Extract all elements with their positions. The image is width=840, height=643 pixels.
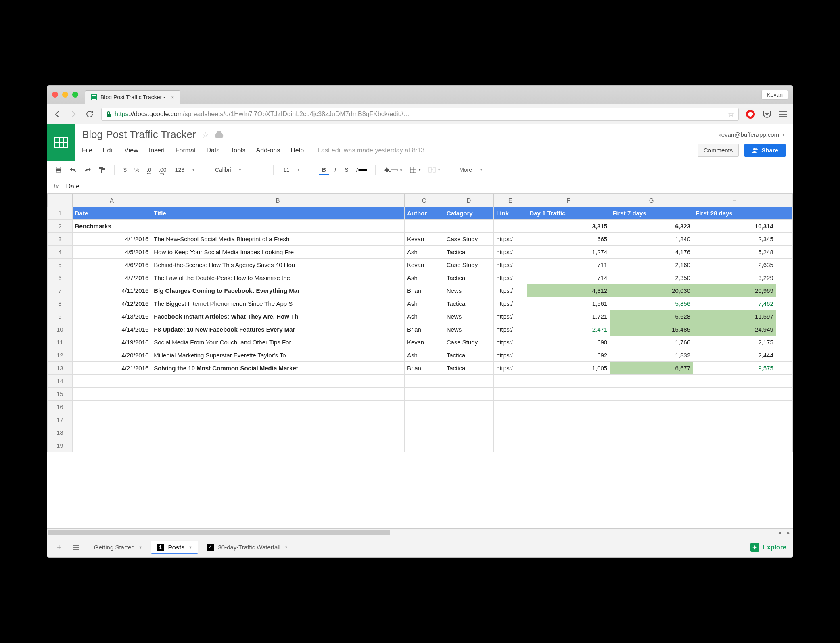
menu-file[interactable]: File [82, 147, 92, 154]
cell-d7[interactable]: 2,160 [610, 259, 693, 271]
column-header[interactable]: A [72, 194, 151, 207]
spreadsheet-grid[interactable]: ABCDEFGH1DateTitleAuthorCatagoryLinkDay … [47, 194, 793, 528]
close-tab-icon[interactable]: × [171, 94, 174, 100]
cell-link[interactable]: https:/ [494, 284, 527, 297]
cell-author[interactable]: Ash [404, 246, 444, 259]
cell-author[interactable]: Brian [404, 323, 444, 336]
increase-decimal-button[interactable]: .00 [156, 165, 169, 175]
cell-d7[interactable]: 20,030 [610, 284, 693, 297]
cell-link[interactable]: https:/ [494, 246, 527, 259]
cell-date[interactable]: 4/12/2016 [72, 297, 151, 310]
cell-d28[interactable]: 2,345 [693, 233, 776, 246]
cell-day1[interactable]: 714 [527, 271, 610, 284]
cell-d28[interactable]: 2,444 [693, 349, 776, 362]
column-header[interactable]: E [494, 194, 527, 207]
close-window-button[interactable] [52, 92, 58, 98]
header-cell[interactable]: Date [72, 207, 151, 220]
cell-author[interactable]: Kevan [404, 336, 444, 349]
cell-link[interactable]: https:/ [494, 349, 527, 362]
cell-category[interactable]: Case Study [444, 336, 493, 349]
chrome-profile-button[interactable]: Kevan [761, 90, 788, 100]
pocket-extension-icon[interactable] [762, 110, 772, 119]
scrollbar-thumb[interactable] [48, 530, 390, 535]
cell-link[interactable]: https:/ [494, 362, 527, 375]
borders-button[interactable]: ▼ [407, 165, 424, 175]
column-header[interactable]: D [444, 194, 493, 207]
add-sheet-button[interactable]: + [54, 541, 65, 554]
cell-category[interactable]: Tactical [444, 246, 493, 259]
comments-button[interactable]: Comments [698, 144, 739, 157]
redo-icon[interactable] [81, 165, 94, 174]
menu-insert[interactable]: Insert [149, 147, 165, 154]
cell-title[interactable]: The New-School Social Media Blueprint of… [151, 233, 405, 246]
cell-title[interactable]: Behind-the-Scenes: How This Agency Saves… [151, 259, 405, 271]
cell-link[interactable]: https:/ [494, 336, 527, 349]
sheet-tab[interactable]: Getting Started▼ [88, 541, 148, 554]
cell-title[interactable]: The Biggest Internet Phenomenon Since Th… [151, 297, 405, 310]
minimize-window-button[interactable] [62, 92, 68, 98]
share-button[interactable]: Share [744, 144, 786, 157]
sheet-tab[interactable]: 430-day-Traffic Waterfall▼ [201, 541, 294, 554]
cell-d28[interactable]: 5,248 [693, 246, 776, 259]
cell-day1[interactable]: 1,561 [527, 297, 610, 310]
chevron-down-icon[interactable]: ▼ [284, 545, 288, 549]
column-header[interactable]: C [404, 194, 444, 207]
merge-cells-button[interactable]: ▼ [426, 165, 443, 174]
cell-d28[interactable]: 3,229 [693, 271, 776, 284]
browser-tab[interactable]: Blog Post Traffic Tracker - × [85, 90, 180, 104]
cell-d7[interactable]: 15,485 [610, 323, 693, 336]
header-cell[interactable]: Author [404, 207, 444, 220]
cell-author[interactable]: Kevan [404, 259, 444, 271]
cell-title[interactable]: Millenial Marketing Superstar Everette T… [151, 349, 405, 362]
cell-d7[interactable]: 2,350 [610, 271, 693, 284]
cell-d28[interactable]: 20,969 [693, 284, 776, 297]
font-family-menu[interactable]: Calibri▼ [211, 165, 267, 175]
cell-day1[interactable]: 4,312 [527, 284, 610, 297]
cell-d7[interactable]: 1,766 [610, 336, 693, 349]
cell-day1[interactable]: 692 [527, 349, 610, 362]
cell-author[interactable]: Ash [404, 271, 444, 284]
column-header[interactable] [48, 194, 73, 207]
cell-date[interactable]: 4/7/2016 [72, 271, 151, 284]
menu-data[interactable]: Data [206, 147, 220, 154]
strikethrough-button[interactable]: S [342, 165, 351, 175]
forward-button[interactable] [69, 110, 78, 119]
column-header[interactable] [776, 194, 792, 207]
decrease-decimal-button[interactable]: .0 [144, 165, 154, 175]
fill-color-button[interactable]: ▼ [381, 166, 405, 174]
header-cell[interactable]: Day 1 Traffic [527, 207, 610, 220]
cell-category[interactable]: Case Study [444, 233, 493, 246]
menu-edit[interactable]: Edit [103, 147, 114, 154]
reload-button[interactable] [85, 110, 94, 119]
cell-d7[interactable]: 1,840 [610, 233, 693, 246]
cell-day1[interactable]: 665 [527, 233, 610, 246]
cell-day1[interactable]: 1,274 [527, 246, 610, 259]
scroll-right-icon[interactable]: ▸ [784, 529, 793, 537]
move-to-drive-icon[interactable] [215, 131, 224, 139]
cell[interactable]: Benchmarks [72, 220, 151, 233]
cell-author[interactable]: Brian [404, 284, 444, 297]
percent-button[interactable]: % [132, 165, 142, 175]
cell-link[interactable]: https:/ [494, 259, 527, 271]
column-header[interactable]: G [610, 194, 693, 207]
cell-day1[interactable]: 711 [527, 259, 610, 271]
cell-d28[interactable]: 7,462 [693, 297, 776, 310]
menu-format[interactable]: Format [176, 147, 196, 154]
cell-d28[interactable]: 2,175 [693, 336, 776, 349]
all-sheets-button[interactable] [70, 543, 82, 551]
cell-date[interactable]: 4/6/2016 [72, 259, 151, 271]
document-title[interactable]: Blog Post Traffic Tracker [82, 128, 196, 141]
undo-icon[interactable] [67, 165, 79, 174]
cell-category[interactable]: Tactical [444, 349, 493, 362]
font-size-menu[interactable]: 11▼ [279, 165, 307, 175]
menu-add-ons[interactable]: Add-ons [256, 147, 280, 154]
menu-view[interactable]: View [124, 147, 138, 154]
cell-title[interactable]: Big Changes Coming to Facebook: Everythi… [151, 284, 405, 297]
cell-d28[interactable]: 24,949 [693, 323, 776, 336]
more-toolbar-menu[interactable]: More▼ [455, 165, 487, 175]
number-format-menu[interactable]: 123▼ [171, 165, 199, 175]
cell-date[interactable]: 4/11/2016 [72, 284, 151, 297]
cell-d28[interactable]: 2,635 [693, 259, 776, 271]
sheets-logo-icon[interactable] [47, 124, 75, 161]
header-cell[interactable]: First 7 days [610, 207, 693, 220]
